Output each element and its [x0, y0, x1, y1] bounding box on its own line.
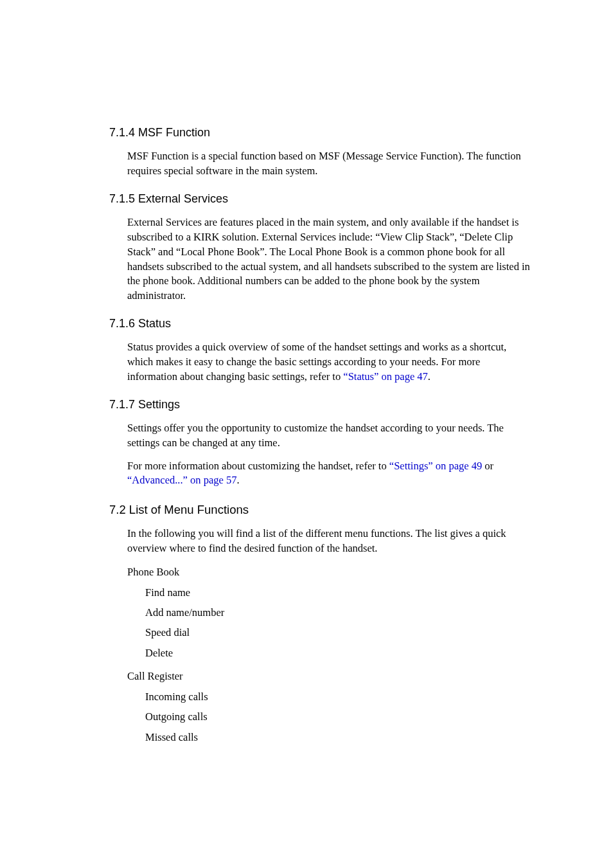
text-run: For more information about customizing t… [127, 460, 389, 472]
link-settings-page-49[interactable]: “Settings” on page 49 [389, 460, 482, 472]
paragraph: MSF Function is a special function based… [109, 149, 533, 179]
text-run: Status provides a quick overview of some… [127, 341, 506, 383]
document-page: 7.1.4 MSF Function MSF Function is a spe… [0, 0, 613, 868]
list-item: Missed calls [109, 730, 533, 745]
section-7-1-5: 7.1.5 External Services External Service… [109, 192, 533, 303]
list-group-label-call-register: Call Register [109, 669, 533, 683]
heading-status: 7.1.6 Status [109, 316, 533, 331]
text-run: . [236, 474, 239, 486]
section-7-1-4: 7.1.4 MSF Function MSF Function is a spe… [109, 125, 533, 179]
list-item: Speed dial [109, 626, 533, 640]
list-item: Delete [109, 646, 533, 660]
list-item: Add name/number [109, 606, 533, 620]
list-item: Find name [109, 586, 533, 600]
paragraph: In the following you will find a list of… [109, 527, 533, 556]
paragraph: Status provides a quick overview of some… [109, 340, 533, 384]
section-7-2: 7.2 List of Menu Functions In the follow… [109, 502, 533, 745]
section-7-1-6: 7.1.6 Status Status provides a quick ove… [109, 316, 533, 384]
list-item: Outgoing calls [109, 710, 533, 724]
paragraph: External Services are features placed in… [109, 215, 533, 303]
heading-settings: 7.1.7 Settings [109, 397, 533, 412]
text-run: . [428, 370, 431, 383]
link-advanced-page-57[interactable]: “Advanced...” on page 57 [127, 474, 236, 486]
heading-list-of-menu-functions: 7.2 List of Menu Functions [109, 502, 533, 518]
list-group-label-phone-book: Phone Book [109, 565, 533, 579]
list-item: Incoming calls [109, 690, 533, 704]
heading-external-services: 7.1.5 External Services [109, 192, 533, 206]
paragraph: Settings offer you the opportunity to cu… [109, 421, 533, 451]
heading-msf-function: 7.1.4 MSF Function [109, 125, 533, 140]
section-7-1-7: 7.1.7 Settings Settings offer you the op… [109, 397, 533, 488]
text-run: or [482, 460, 493, 472]
link-status-page-47[interactable]: “Status” on page 47 [343, 370, 428, 383]
paragraph: For more information about customizing t… [109, 459, 533, 489]
